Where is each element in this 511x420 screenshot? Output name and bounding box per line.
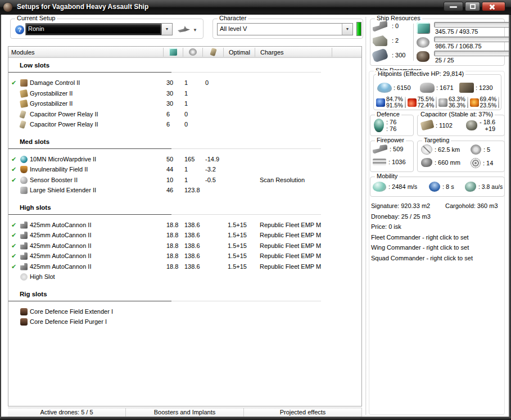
minimize-button[interactable] [444,2,463,11]
bottom-tab[interactable]: Active drones: 5 / 5 [8,408,126,417]
resource-bar-icon [417,22,429,33]
modules-table-header[interactable]: Modules Optimal Charges [8,47,361,58]
bottom-tabs: Active drones: 5 / 5 Boosters and Implan… [8,408,362,417]
module-name: Damage Control II [30,79,80,86]
module-icon [20,79,28,87]
info-lines: Dronebay: 25 / 25 m3 Price: 0 isk Fleet … [371,211,506,264]
ship-menu-button[interactable] [178,25,197,33]
resist-cell: 69.4% 23.5% [470,96,501,109]
character-group: Character All level V [212,19,363,39]
resist-divider [436,97,437,108]
module-row[interactable]: 425mm AutoCannon II 18.8 138.6 1.5+15 Re… [8,251,361,262]
module-row[interactable]: Sensor Booster II 10 1 -0.5 Scan Resolut… [8,175,361,186]
window-border-bottom [0,417,511,420]
info-line[interactable]: Wing Commander - right click to set [371,242,506,253]
max-velocity-icon [373,182,386,192]
module-row[interactable]: Invulnerability Field II 44 1 -3.2 [8,165,361,175]
setup-combobox[interactable]: Ronin [25,23,173,35]
module-powergrid-value: 165 [184,156,195,162]
armor-resist-value: 23.5% [480,102,497,109]
module-row[interactable]: Gyrostabilizer II 30 1 [8,99,361,110]
setup-dropdown-arrow-icon[interactable] [161,24,172,35]
resource-slot-icon [373,35,387,46]
module-row[interactable]: Damage Control II 30 1 0 [8,78,361,89]
info-line[interactable]: Squad Commander - right click to set [371,253,506,264]
resist-cell: 75.5% 72.4% [408,96,439,109]
hp-value: : 1671 [436,84,454,91]
module-row[interactable]: Gyrostabilizer II 30 1 [8,89,361,100]
mobility-title: Mobility [375,173,399,179]
column-modules[interactable]: Modules [11,49,35,56]
module-row[interactable]: Capacitor Power Relay II 6 0 [8,120,361,130]
info-line[interactable]: Fleet Commander - right click to set [371,232,506,243]
module-row[interactable]: 10MN MicroWarpdrive II 50 165 -14.9 [8,155,361,165]
module-row[interactable]: Capacitor Power Relay II 6 0 [8,110,361,120]
vertical-divider [365,17,367,415]
hp-cell: : 1230 [459,83,493,93]
active-check-icon [11,156,16,163]
capacitor-amount: : 1102 [436,122,453,129]
bottom-tab[interactable]: Boosters and Implants [126,408,244,417]
defence-group: Defence : 76 : 76 [370,115,414,136]
module-row[interactable]: 425mm AutoCannon II 18.8 138.6 1.5+15 Re… [8,262,361,273]
resource-slot-icon [372,48,389,62]
active-check-icon [11,222,16,229]
module-name: 425mm AutoCannon II [30,232,91,238]
powergrid-column-icon[interactable] [189,48,197,56]
module-cpu-value: 18.8 [166,222,178,228]
info-line[interactable]: Price: 0 isk [371,222,506,232]
bottom-tab[interactable]: Projected effects [244,408,362,417]
info-line[interactable]: Dronebay: 25 / 25 m3 [371,211,506,222]
slot-group-rows: Damage Control II 30 1 0 [8,78,361,130]
module-row[interactable]: 425mm AutoCannon II 18.8 138.6 1.5+15 Re… [8,231,361,241]
module-row[interactable]: 425mm AutoCannon II 18.8 138.6 1.5+15 Re… [8,220,361,231]
module-powergrid-value: 138.6 [184,222,200,228]
module-optimal-value: 1.5+15 [228,252,247,259]
module-row[interactable]: Core Defence Field Purger I [8,317,361,328]
capacitor-column-icon[interactable] [210,48,217,56]
slot-group: High slots 425mm AutoCannon II 18.8 138.… [8,204,361,283]
module-icon [20,308,28,315]
resist-divider [498,97,499,108]
resource-bar-row: 25 / 25 [417,50,502,65]
signature-value: Signature: 920.33 m2 [371,202,430,209]
character-dropdown-arrow-icon[interactable] [342,24,352,35]
resource-slot-value: : 300 [392,52,405,58]
hitpoints-group: Hitpoints (Effective HP: 29,814) : 6150 … [373,74,501,110]
character-label: Character [218,15,248,21]
module-row[interactable]: Large Shield Extender II 46 123.8 [8,186,361,196]
module-row[interactable]: High Slot [8,272,361,283]
resist-icon [438,98,447,107]
module-cpu-value: 50 [166,156,173,162]
module-row[interactable]: 425mm AutoCannon II 18.8 138.6 1.5+15 Re… [8,241,361,252]
module-name: Gyrostabilizer II [30,100,73,107]
module-optimal-value: 1.5+15 [228,263,247,270]
cpu-column-icon[interactable] [169,48,177,56]
column-charges[interactable]: Charges [260,49,284,56]
module-powergrid-value: 138.6 [184,252,200,259]
resource-bar-value: 345.75 / 493.75 [435,28,478,35]
close-button[interactable] [482,2,505,11]
defence-title: Defence [375,111,401,118]
sensor-strength-value: : 14 [483,160,493,166]
ship-info-block: Signature: 920.33 m2 Cargohold: 360 m3 D… [371,201,506,263]
window-title: Setups for Vagabond Heavy Assault Ship [17,3,148,11]
help-icon[interactable] [15,25,24,34]
module-optimal-value: 1.5+15 [228,232,247,238]
resist-cell: 63.3% 36.3% [438,96,470,109]
column-optimal[interactable]: Optimal [229,49,250,56]
module-cpu-value: 18.8 [166,242,178,249]
module-row[interactable]: Core Defence Field Extender I [8,307,361,318]
module-icon [20,187,28,194]
capacitor-recharge-value: +19 [480,125,495,132]
eft-window: Setups for Vagabond Heavy Assault Ship C… [0,0,511,420]
module-icon [20,177,28,184]
maximize-button[interactable] [465,2,480,11]
character-combobox[interactable]: All level V [217,23,353,35]
max-targets-value: : 5 [483,146,490,153]
titlebar[interactable]: Setups for Vagabond Heavy Assault Ship [0,0,511,15]
setup-value: Ronin [26,24,161,35]
slot-group-underline [8,72,321,73]
scan-resolution-icon [421,158,432,167]
module-cpu-value: 30 [166,100,173,107]
